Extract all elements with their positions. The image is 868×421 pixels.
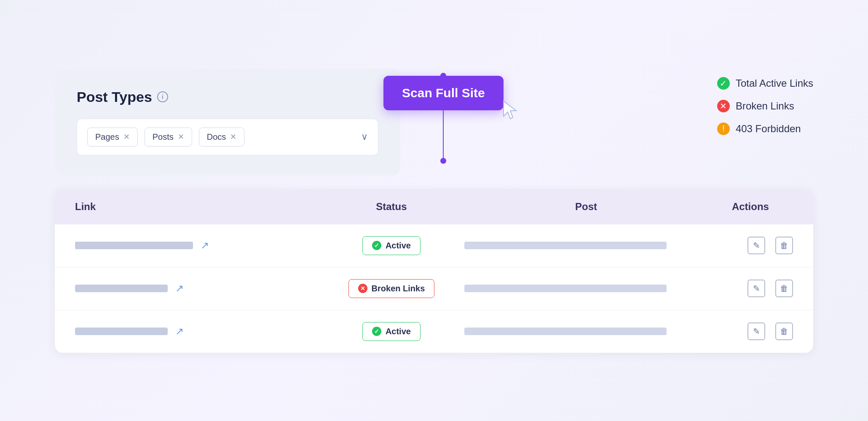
link-bar-placeholder: [75, 285, 168, 292]
external-link-icon[interactable]: ↗: [201, 240, 209, 251]
remove-posts-icon[interactable]: ✕: [178, 132, 184, 141]
edit-button[interactable]: ✎: [747, 322, 765, 340]
legend-broken-icon: ✕: [717, 100, 730, 112]
actions-cell-1: ✎ 🗑: [708, 237, 793, 254]
tag-pages[interactable]: Pages ✕: [87, 128, 138, 147]
link-bar-placeholder: [75, 328, 168, 335]
cursor-icon: [502, 99, 520, 123]
post-types-card: Post Types i Pages ✕ Posts ✕ Docs ✕: [55, 69, 400, 176]
remove-docs-icon[interactable]: ✕: [230, 132, 236, 141]
delete-button[interactable]: 🗑: [775, 322, 793, 340]
post-types-title: Post Types i: [77, 89, 378, 105]
post-cell-2: [464, 285, 708, 292]
status-cell-3: ✓ Active: [319, 322, 465, 341]
post-types-heading: Post Types: [77, 89, 152, 105]
delete-icon: 🗑: [780, 241, 788, 250]
actions-cell-2: ✎ 🗑: [708, 280, 793, 297]
edit-icon: ✎: [753, 283, 760, 293]
link-cell-2: ↗: [75, 282, 319, 294]
col-link: Link: [75, 201, 319, 213]
post-bar-placeholder: [464, 242, 667, 249]
tag-posts[interactable]: Posts ✕: [145, 128, 192, 147]
edit-icon: ✎: [753, 326, 760, 336]
status-dot-green: ✓: [372, 241, 381, 250]
status-badge-active: ✓ Active: [362, 236, 421, 255]
legend-item-forbidden: ! 403 Forbidden: [717, 123, 813, 135]
legend: ✓ Total Active Links ✕ Broken Links ! 40…: [717, 77, 813, 135]
edit-button[interactable]: ✎: [747, 280, 765, 297]
external-link-icon[interactable]: ↗: [175, 325, 184, 337]
dropdown-arrow-icon[interactable]: ∨: [361, 131, 368, 142]
delete-icon: 🗑: [780, 327, 788, 336]
table-row: ↗ ✕ Broken Links ✎ 🗑: [55, 267, 813, 310]
remove-pages-icon[interactable]: ✕: [123, 132, 130, 141]
link-bar-placeholder: [75, 242, 193, 249]
col-actions: Actions: [708, 201, 793, 213]
edit-icon: ✎: [753, 240, 760, 250]
col-post: Post: [464, 201, 708, 213]
post-cell-1: [464, 242, 708, 249]
connector-line: [443, 110, 444, 161]
external-link-icon[interactable]: ↗: [175, 282, 184, 294]
table-row: ↗ ✓ Active ✎ 🗑: [55, 224, 813, 267]
link-cell-1: ↗: [75, 240, 319, 251]
status-badge-active: ✓ Active: [362, 322, 421, 341]
table-header: Link Status Post Actions: [55, 189, 813, 224]
links-table: Link Status Post Actions ↗ ✓ Active: [55, 189, 813, 353]
info-icon[interactable]: i: [157, 91, 168, 102]
status-badge-broken: ✕ Broken Links: [348, 279, 435, 298]
post-bar-placeholder: [464, 285, 667, 292]
delete-button[interactable]: 🗑: [775, 237, 793, 254]
post-types-row: Pages ✕ Posts ✕ Docs ✕ ∨: [77, 119, 378, 155]
status-cell-2: ✕ Broken Links: [319, 279, 465, 298]
table-row: ↗ ✓ Active ✎ 🗑: [55, 310, 813, 353]
tag-docs[interactable]: Docs ✕: [199, 128, 245, 147]
status-dot-red: ✕: [358, 284, 367, 293]
delete-button[interactable]: 🗑: [775, 280, 793, 297]
post-cell-3: [464, 328, 708, 335]
legend-active-icon: ✓: [717, 77, 730, 90]
actions-cell-3: ✎ 🗑: [708, 322, 793, 340]
legend-item-active: ✓ Total Active Links: [717, 77, 813, 90]
legend-forbidden-icon: !: [717, 123, 730, 135]
edit-button[interactable]: ✎: [747, 237, 765, 254]
delete-icon: 🗑: [780, 284, 788, 293]
main-container: Post Types i Pages ✕ Posts ✕ Docs ✕: [55, 69, 813, 353]
scan-full-site-button[interactable]: Scan Full Site: [383, 76, 504, 110]
col-status: Status: [319, 201, 465, 213]
link-cell-3: ↗: [75, 325, 319, 337]
status-cell-1: ✓ Active: [319, 236, 465, 255]
post-bar-placeholder: [464, 328, 667, 335]
status-dot-green: ✓: [372, 327, 381, 336]
scan-area: Scan Full Site: [383, 73, 504, 164]
legend-item-broken: ✕ Broken Links: [717, 100, 813, 112]
connector-dot-bottom: [440, 158, 446, 164]
